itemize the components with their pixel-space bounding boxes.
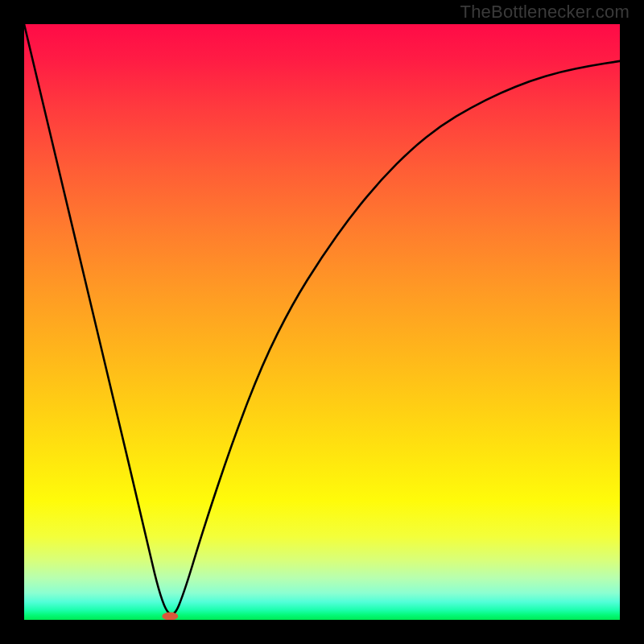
chart-frame: TheBottlenecker.com: [0, 0, 644, 644]
optimal-point-marker: [162, 613, 178, 620]
plot-area: [24, 24, 620, 620]
curve-path: [24, 24, 620, 614]
bottleneck-curve: [24, 24, 620, 620]
watermark-text: TheBottlenecker.com: [460, 2, 630, 23]
